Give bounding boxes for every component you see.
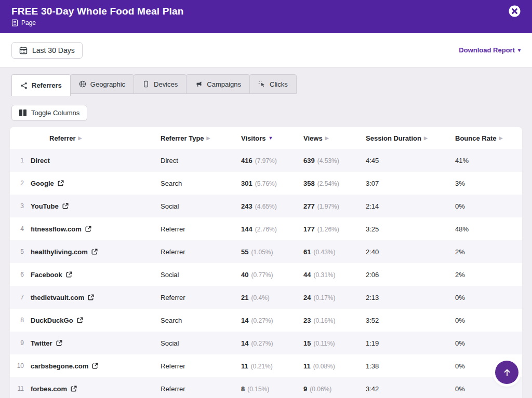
referrer-link[interactable]: Twitter <box>31 339 52 347</box>
sort-icon: ▶ <box>499 136 502 141</box>
referrer-type: Search <box>161 317 241 324</box>
visitors-pct: (5.76%) <box>255 180 277 187</box>
column-header-visitors[interactable]: Visitors ▼ <box>241 134 273 142</box>
session-duration: 3:52 <box>366 317 455 324</box>
globe-icon <box>79 80 86 88</box>
external-link-icon[interactable] <box>92 363 98 369</box>
close-button[interactable] <box>509 5 521 17</box>
views-pct: (0.11%) <box>313 340 335 347</box>
bounce-rate: 48% <box>455 225 522 233</box>
columns-icon <box>19 109 26 116</box>
referrer-link[interactable]: Facebook <box>31 271 62 279</box>
column-header-session-duration[interactable]: Session Duration ▶ <box>366 134 428 142</box>
table-row: 10 carbsbegone.com Referrer 11(0.21%) 11… <box>10 354 522 377</box>
external-link-icon[interactable] <box>56 340 62 346</box>
bounce-rate: 0% <box>455 385 522 393</box>
visitors-pct: (4.65%) <box>255 203 277 210</box>
views-value: 44 <box>303 271 311 279</box>
views-value: 358 <box>303 180 315 187</box>
table-row: 9 Twitter Social 14(0.27%) 15(0.11%) 1:1… <box>10 332 522 354</box>
visitors-value: 40 <box>241 271 248 279</box>
tab-devices[interactable]: Devices <box>134 74 187 94</box>
external-link-icon[interactable] <box>85 226 91 232</box>
session-duration: 1:19 <box>366 339 455 347</box>
page-subtitle: Page <box>11 19 521 26</box>
views-value: 24 <box>303 294 311 301</box>
share-nodes-icon <box>20 82 28 89</box>
row-rank: 7 <box>10 294 31 301</box>
bounce-rate: 0% <box>455 317 522 324</box>
column-header-referrer-type[interactable]: Referrer Type ▶ <box>161 134 210 142</box>
table-row: 3 YouTube Social 243(4.65%) 277(1.97%) 2… <box>10 195 522 217</box>
subtoolbar: Toggle Columns <box>0 96 532 121</box>
column-header-bounce-rate[interactable]: Bounce Rate ▶ <box>455 134 502 142</box>
tab-referrers[interactable]: Referrers <box>11 74 71 96</box>
table-row: 1 Direct Direct 416(7.97%) 639(4.53%) 4:… <box>10 149 522 172</box>
page-title: FREE 30-Day Whole Food Meal Plan <box>11 6 521 17</box>
views-value: 277 <box>303 202 315 210</box>
column-header-views[interactable]: Views ▶ <box>303 134 329 142</box>
referrer-link[interactable]: YouTube <box>31 202 59 210</box>
referrer-link[interactable]: forbes.com <box>31 385 67 393</box>
visitors-pct: (0.77%) <box>251 271 273 279</box>
date-range-button[interactable]: Last 30 Days <box>11 42 83 59</box>
table-row: 8 DuckDuckGo Search 14(0.27%) 23(0.16%) … <box>10 309 522 332</box>
bounce-rate: 2% <box>455 271 522 279</box>
toggle-columns-button[interactable]: Toggle Columns <box>11 105 87 121</box>
external-link-icon[interactable] <box>91 249 98 255</box>
referrer-link[interactable]: DuckDuckGo <box>31 317 73 324</box>
bounce-rate: 0% <box>455 202 522 210</box>
tab-clicks[interactable]: Clicks <box>249 74 297 94</box>
visitors-pct: (0.4%) <box>251 294 269 301</box>
table-row: 4 fitnessflow.com Referrer 144(2.76%) 17… <box>10 217 522 240</box>
row-rank: 3 <box>10 202 31 210</box>
session-duration: 2:06 <box>366 271 455 279</box>
row-rank: 10 <box>10 362 31 369</box>
visitors-pct: (0.27%) <box>251 340 273 347</box>
views-pct: (2.54%) <box>317 180 339 187</box>
download-report-label: Download Report <box>459 46 515 54</box>
megaphone-icon <box>195 80 203 88</box>
visitors-value: 14 <box>241 339 248 347</box>
referrer-link[interactable]: Google <box>31 180 54 187</box>
session-duration: 2:14 <box>366 202 455 210</box>
page-icon <box>11 19 18 26</box>
close-icon <box>509 5 521 17</box>
external-link-icon[interactable] <box>77 317 83 323</box>
referrers-table: Referrer ▶ Referrer Type ▶ Visitors ▼ Vi… <box>10 127 522 398</box>
visitors-pct: (0.15%) <box>247 386 269 393</box>
referrer-type: Referrer <box>161 248 241 256</box>
row-rank: 8 <box>10 317 31 324</box>
external-link-icon[interactable] <box>66 271 72 278</box>
table-row: 11 forbes.com Referrer 8(0.15%) 9(0.06%)… <box>10 377 522 398</box>
table-body: 1 Direct Direct 416(7.97%) 639(4.53%) 4:… <box>10 149 522 398</box>
column-header-referrer[interactable]: Referrer ▶ <box>49 134 82 142</box>
download-report-button[interactable]: Download Report ▾ <box>459 46 521 54</box>
referrer-link[interactable]: thedietvault.com <box>31 294 84 301</box>
referrer-link[interactable]: healthyliving.com <box>31 248 88 256</box>
sort-icon: ▶ <box>424 136 428 141</box>
referrer-link[interactable]: Direct <box>31 157 50 164</box>
referrer-link[interactable]: fitnessflow.com <box>31 225 82 233</box>
table-header-row: Referrer ▶ Referrer Type ▶ Visitors ▼ Vi… <box>10 127 522 149</box>
external-link-icon[interactable] <box>71 386 77 392</box>
views-pct: (0.31%) <box>313 271 335 279</box>
external-link-icon[interactable] <box>62 203 69 209</box>
referrer-link[interactable]: carbsbegone.com <box>31 362 88 370</box>
row-rank: 9 <box>10 339 31 347</box>
tab-geographic[interactable]: Geographic <box>70 74 134 94</box>
arrow-up-icon <box>502 368 512 377</box>
tab-campaigns[interactable]: Campaigns <box>186 74 250 94</box>
table-row: 5 healthyliving.com Referrer 55(1.05%) 6… <box>10 240 522 263</box>
external-link-icon[interactable] <box>88 294 94 300</box>
visitors-value: 11 <box>241 362 248 370</box>
scroll-to-top-button[interactable] <box>495 361 518 384</box>
bounce-rate: 0% <box>455 294 522 301</box>
row-rank: 4 <box>10 225 31 232</box>
table-row: 2 Google Search 301(5.76%) 358(2.54%) 3:… <box>10 172 522 195</box>
session-duration: 2:13 <box>366 294 455 301</box>
external-link-icon[interactable] <box>58 180 64 186</box>
session-duration: 3:07 <box>366 180 455 187</box>
row-rank: 5 <box>10 248 31 255</box>
referrer-type: Referrer <box>161 294 241 301</box>
